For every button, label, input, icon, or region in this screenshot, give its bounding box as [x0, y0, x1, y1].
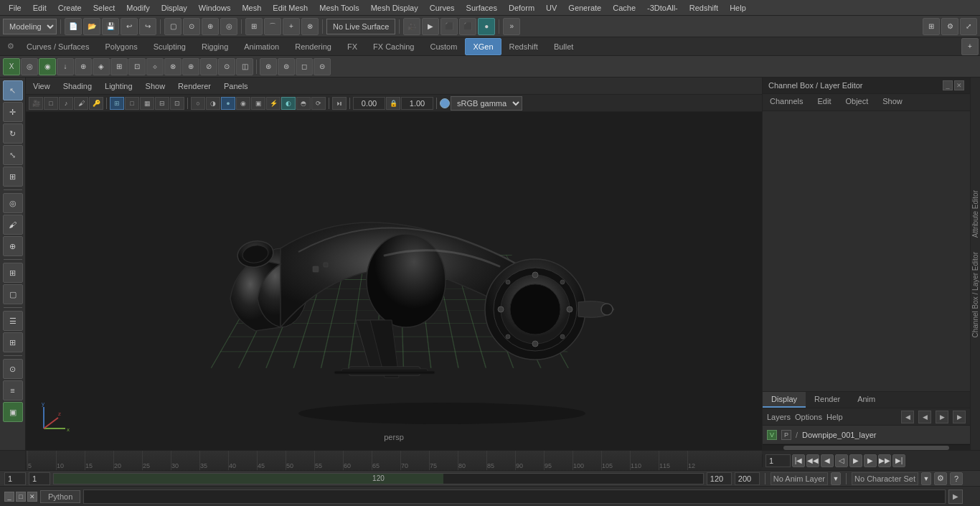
3d-scene[interactable]: x y z persp — [26, 112, 762, 450]
layers-menu-help[interactable]: Help — [826, 413, 843, 421]
xgen-tool13[interactable]: ⊙ — [218, 58, 235, 75]
new-file-btn[interactable]: 📄 — [65, 18, 82, 35]
vp-camera-icon[interactable]: 🎥 — [29, 97, 43, 110]
char-set-dropdown[interactable]: ▼ — [921, 472, 931, 485]
tab-rendering[interactable]: Rendering — [287, 38, 339, 55]
anim-layer-dropdown[interactable]: ▼ — [831, 472, 841, 485]
render-btn[interactable]: ▶ — [422, 18, 439, 35]
vp-frame-icon[interactable]: □ — [125, 97, 139, 110]
paint-btn[interactable]: 🖌 — [3, 215, 23, 235]
play-fwd-btn[interactable]: ▶ — [849, 454, 862, 467]
tab-gear-icon[interactable]: ⚙ — [3, 39, 19, 55]
python-input[interactable] — [83, 489, 946, 504]
layout-btn[interactable]: ⊞ — [923, 18, 940, 35]
ipr-btn[interactable]: ⬛ — [440, 18, 458, 35]
ch-tab-edit[interactable]: Edit — [810, 94, 838, 111]
scale-tool-btn[interactable]: ⤡ — [3, 145, 23, 165]
layer-down-btn[interactable]: ▶ — [953, 411, 966, 423]
rp-collapse-btn[interactable]: _ — [943, 80, 953, 90]
vp-lock-icon[interactable]: 🔒 — [386, 97, 400, 110]
select-mode-btn[interactable]: ▢ — [164, 18, 182, 35]
ch-tab-object[interactable]: Object — [838, 94, 875, 111]
outliner-btn[interactable]: ☰ — [3, 311, 23, 331]
attr-editor-tab[interactable]: Attribute Editor Channel Box / Layer Edi… — [970, 78, 980, 450]
menu-mesh[interactable]: Mesh — [236, 2, 267, 14]
menu-deform[interactable]: Deform — [503, 2, 540, 14]
tab-custom[interactable]: Custom — [423, 38, 466, 55]
paint-mode-btn[interactable]: ⊕ — [202, 18, 219, 35]
vp-menu-renderer[interactable]: Renderer — [175, 80, 214, 92]
rp-close-btn[interactable]: ✕ — [954, 80, 964, 90]
win-close-btn[interactable]: ✕ — [27, 492, 37, 502]
layers-menu-options[interactable]: Options — [795, 413, 822, 421]
menu-edit[interactable]: Edit — [27, 2, 52, 14]
vp-res-icon[interactable]: ⊡ — [170, 97, 184, 110]
layer-add-btn[interactable]: ◀ — [901, 411, 914, 423]
next-frame-btn[interactable]: ▶ — [864, 454, 877, 467]
frame-start-field[interactable]: 1 — [4, 472, 26, 485]
render2-btn[interactable]: ⬛ — [459, 18, 476, 35]
menu-cache[interactable]: Cache — [607, 2, 641, 14]
range-current-field[interactable]: 1 — [29, 472, 50, 485]
xgen-tool5[interactable]: ⊕ — [75, 58, 92, 75]
menu-file[interactable]: File — [3, 2, 27, 14]
menu-surfaces[interactable]: Surfaces — [461, 2, 503, 14]
vp-menu-view[interactable]: View — [30, 80, 53, 92]
vp-texture-icon[interactable]: ▣ — [251, 97, 265, 110]
tab-bullet[interactable]: Bullet — [546, 38, 582, 55]
tab-redshift[interactable]: Redshift — [501, 38, 546, 55]
vp-key-icon[interactable]: 🔑 — [89, 97, 103, 110]
region-select-btn[interactable]: ▢ — [3, 284, 23, 304]
vp-grid-icon[interactable]: ⊞ — [110, 97, 124, 110]
xgen-tool18[interactable]: ⊝ — [314, 58, 331, 75]
menu-display[interactable]: Display — [156, 2, 193, 14]
transform-tool-btn[interactable]: ⊞ — [3, 167, 23, 187]
tab-curves-surfaces[interactable]: Curves / Surfaces — [19, 38, 97, 55]
xgen-tool15[interactable]: ⊛ — [260, 58, 277, 75]
rb-tab-anim[interactable]: Anim — [849, 392, 884, 408]
timeline[interactable]: 5 10 15 20 25 30 35 40 45 50 55 60 65 70… — [0, 450, 980, 470]
layer-visibility-btn[interactable]: V — [767, 430, 777, 440]
hotbox-btn[interactable]: ⊙ — [3, 359, 23, 379]
undo-btn[interactable]: ↩ — [121, 18, 138, 35]
layers-menu-layers[interactable]: Layers — [767, 413, 791, 421]
tab-xgen[interactable]: XGen — [465, 38, 501, 55]
vp-refresh-icon[interactable]: ⟳ — [311, 97, 326, 110]
status-green-btn[interactable]: ▣ — [3, 402, 23, 422]
menu-modify[interactable]: Modify — [121, 2, 155, 14]
menu-edit-mesh[interactable]: Edit Mesh — [267, 2, 314, 14]
tab-polygons[interactable]: Polygons — [97, 38, 145, 55]
tab-fx[interactable]: FX — [339, 38, 365, 55]
win-restore-btn[interactable]: □ — [16, 492, 26, 502]
lasso-mode-btn[interactable]: ⊙ — [183, 18, 200, 35]
ch-tab-show[interactable]: Show — [875, 94, 910, 111]
layer-up-btn[interactable]: ▶ — [936, 411, 948, 423]
xgen-tool8[interactable]: ⊡ — [128, 58, 146, 75]
prev-key-btn[interactable]: ◀◀ — [806, 454, 819, 467]
xgen-tool4[interactable]: ↓ — [57, 58, 74, 75]
menu-mesh-tools[interactable]: Mesh Tools — [314, 2, 364, 14]
snap-surface-btn[interactable]: ⊗ — [301, 18, 319, 35]
snap-grid-btn[interactable]: ⊞ — [245, 18, 263, 35]
timeline-inner[interactable]: 5 10 15 20 25 30 35 40 45 50 55 60 65 70… — [26, 451, 762, 471]
redo-btn[interactable]: ↪ — [139, 18, 156, 35]
menu-uv[interactable]: UV — [540, 2, 562, 14]
live-surface-btn[interactable]: No Live Surface — [326, 19, 395, 34]
settings-btn[interactable]: ⚙ — [941, 18, 958, 35]
vp-colorspace-select[interactable]: sRGB gamma — [451, 96, 522, 111]
vp-menu-lighting[interactable]: Lighting — [102, 80, 136, 92]
xgen-tool17[interactable]: ◻ — [296, 58, 313, 75]
anim-layer-label[interactable]: No Anim Layer — [771, 472, 828, 485]
snap-to-grid-left-btn[interactable]: ⊞ — [3, 263, 23, 283]
toggle-btn[interactable]: ● — [478, 18, 495, 35]
open-file-btn[interactable]: 📂 — [83, 18, 100, 35]
range-bar-track[interactable]: 120 — [53, 473, 704, 484]
win-minimize-btn[interactable]: _ — [4, 492, 14, 502]
ch-tab-channels[interactable]: Channels — [763, 94, 810, 111]
xgen-tool3[interactable]: ◉ — [39, 58, 56, 75]
vp-paint-icon[interactable]: 🖌 — [74, 97, 88, 110]
vp-camera-val[interactable]: 0.00 — [353, 97, 385, 110]
vp-menu-shading[interactable]: Shading — [60, 80, 95, 92]
layers-scrollbar[interactable] — [763, 444, 970, 450]
current-frame-display[interactable]: 1 — [765, 454, 791, 467]
